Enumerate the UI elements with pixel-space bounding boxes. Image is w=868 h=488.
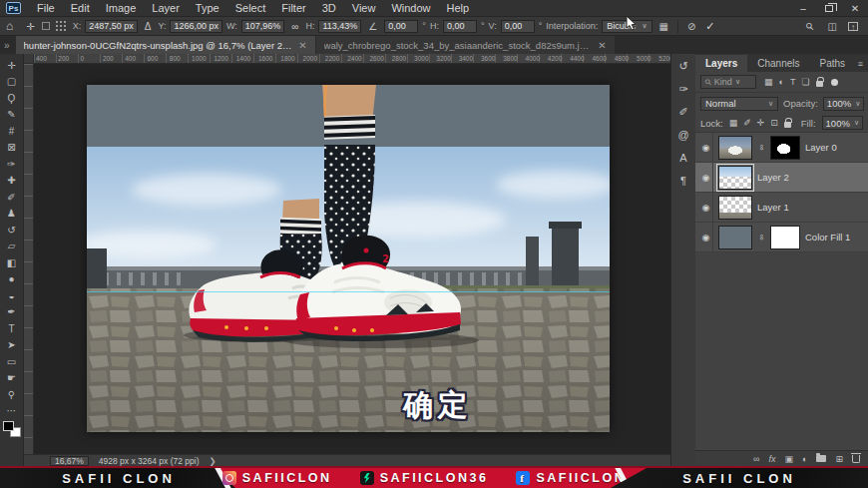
layer-mask-thumbnail[interactable] xyxy=(770,136,800,160)
paragraph-panel-icon[interactable]: ¶ xyxy=(673,173,694,189)
menu-select[interactable]: Select xyxy=(227,0,274,17)
new-layer-icon[interactable]: ⊞ xyxy=(835,454,843,464)
height-field[interactable]: 113,43% xyxy=(318,20,361,33)
vertical-ruler[interactable] xyxy=(24,64,34,454)
layer-row-layer2[interactable]: ◉ Layer 2 xyxy=(695,163,868,193)
foreground-color-swatch[interactable] xyxy=(3,421,14,431)
close-tab-icon[interactable]: ✕ xyxy=(598,40,606,51)
delete-layer-icon[interactable] xyxy=(852,455,860,463)
type-tool[interactable]: T xyxy=(2,320,22,337)
y-position-field[interactable]: 1266,00 px xyxy=(170,20,222,33)
filter-toggle-icon[interactable] xyxy=(831,79,838,86)
layer-thumbnail[interactable] xyxy=(718,136,752,160)
maintain-aspect-ratio-icon[interactable]: ∞ xyxy=(288,21,301,32)
menu-file[interactable]: File xyxy=(29,0,63,17)
tab-paths[interactable]: Paths xyxy=(810,55,856,72)
layer-row-layer1[interactable]: ◉ Layer 1 xyxy=(695,193,868,223)
close-button[interactable]: ✕ xyxy=(842,0,868,17)
shape-tool[interactable]: ▭ xyxy=(2,353,22,370)
new-group-icon[interactable] xyxy=(816,455,826,462)
lock-all-icon[interactable] xyxy=(784,122,791,128)
gradient-tool[interactable]: ◧ xyxy=(2,254,22,271)
share-icon[interactable]: ↑ xyxy=(848,22,858,31)
visibility-eye-icon[interactable]: ◉ xyxy=(699,133,713,162)
v-skew-field[interactable]: 0,00 xyxy=(501,20,535,33)
ruler-origin-corner[interactable] xyxy=(24,54,34,64)
toggle-reference-point-checkbox[interactable] xyxy=(42,22,50,30)
photoshop-logo[interactable]: Ps xyxy=(6,2,21,14)
layer-row-colorfill1[interactable]: ◉ ∞ Color Fill 1 xyxy=(695,223,868,252)
interpolation-dropdown[interactable]: Bicubic∨ xyxy=(602,20,651,33)
history-panel-icon[interactable]: ↺ xyxy=(673,58,694,74)
mask-link-icon[interactable]: ∞ xyxy=(757,234,766,242)
close-tab-icon[interactable]: ✕ xyxy=(298,40,306,51)
mask-link-icon[interactable]: ∞ xyxy=(757,144,766,152)
menu-edit[interactable]: Edit xyxy=(63,0,98,17)
search-icon[interactable]: ⚲ xyxy=(801,17,818,34)
h-skew-field[interactable]: 0,00 xyxy=(443,20,477,33)
filter-type-icon[interactable]: T xyxy=(790,77,796,87)
filter-kind-dropdown[interactable]: ⚲ Kind ∨ xyxy=(700,75,756,89)
marquee-tool[interactable]: ▢ xyxy=(2,74,22,91)
lock-image-pixels-icon[interactable]: ✐ xyxy=(743,118,751,128)
lock-transparent-pixels-icon[interactable]: ▦ xyxy=(729,118,738,128)
workspace-switcher-icon[interactable]: ◫ xyxy=(825,21,840,32)
quick-selection-tool[interactable]: ✎ xyxy=(2,107,22,124)
lock-position-icon[interactable]: ✛ xyxy=(757,118,765,128)
path-select-tool[interactable]: ➤ xyxy=(2,337,22,354)
frame-tool[interactable]: ⊠ xyxy=(2,140,22,157)
document-tab-inactive[interactable]: waly_chrobrego_stock_34_by_asiaanderic_s… xyxy=(315,36,615,54)
visibility-eye-icon[interactable]: ◉ xyxy=(699,223,713,251)
brush-tool[interactable]: ✐ xyxy=(2,189,22,206)
panel-menu-icon[interactable]: ≡ xyxy=(858,59,868,72)
eraser-tool[interactable]: ▱ xyxy=(2,239,22,255)
commit-transform-button[interactable]: ✓ xyxy=(702,20,717,33)
hand-tool[interactable]: ☛ xyxy=(2,370,22,387)
menu-type[interactable]: Type xyxy=(188,0,227,17)
blend-mode-dropdown[interactable]: Normal ∨ xyxy=(700,97,778,111)
color-swatches[interactable] xyxy=(3,421,21,437)
menu-view[interactable]: View xyxy=(344,0,384,17)
menu-layer[interactable]: Layer xyxy=(144,0,188,17)
visibility-eye-icon[interactable]: ◉ xyxy=(699,193,713,222)
home-icon[interactable]: ⌂ xyxy=(4,19,19,33)
tab-channels[interactable]: Channels xyxy=(747,55,809,72)
history-brush-tool[interactable]: ↺ xyxy=(2,222,22,239)
layer-style-icon[interactable]: fx xyxy=(768,454,775,464)
cancel-transform-button[interactable]: ⊘ xyxy=(684,21,698,32)
fill-field[interactable]: 100% ∨ xyxy=(822,116,863,130)
brushes-panel-icon[interactable]: ✐ xyxy=(673,104,694,120)
layer-thumbnail[interactable] xyxy=(718,166,752,190)
filter-pixel-icon[interactable]: ▦ xyxy=(764,77,773,87)
x-position-field[interactable]: 2487,50 px xyxy=(85,20,138,33)
restore-button[interactable] xyxy=(816,0,842,17)
zoom-tool[interactable]: ⚲ xyxy=(2,386,22,403)
brush-settings-panel-icon[interactable]: ✑ xyxy=(673,81,694,97)
tab-layers[interactable]: Layers xyxy=(695,55,747,72)
reference-point-locator-icon[interactable] xyxy=(54,21,69,32)
warp-mode-icon[interactable]: ▦ xyxy=(656,21,671,32)
menu-3d[interactable]: 3D xyxy=(314,0,344,17)
filter-shape-icon[interactable]: ❏ xyxy=(801,77,809,87)
width-field[interactable]: 107,96% xyxy=(241,20,285,33)
crop-tool[interactable]: # xyxy=(2,123,22,140)
visibility-eye-icon[interactable]: ◉ xyxy=(699,163,713,192)
document-tab-active[interactable]: hunter-johnson-0UCGfN2qtrs-unsplash.jpg … xyxy=(16,36,315,54)
dodge-tool[interactable]: ◒ xyxy=(2,287,22,304)
move-tool[interactable]: ✛ xyxy=(2,57,22,74)
menu-image[interactable]: Image xyxy=(98,0,145,17)
status-options-arrow[interactable]: ❯ xyxy=(210,456,217,466)
filter-adjustment-icon[interactable]: ◐ xyxy=(779,77,784,87)
menu-window[interactable]: Window xyxy=(383,0,438,17)
glyphs-panel-icon[interactable]: @ xyxy=(673,127,694,143)
edit-toolbar-button[interactable]: ⋯ xyxy=(2,403,22,420)
healing-brush-tool[interactable]: ✚ xyxy=(2,173,22,190)
filter-smart-object-icon[interactable] xyxy=(816,81,823,87)
lock-artboard-icon[interactable]: ⊡ xyxy=(770,118,778,128)
menu-filter[interactable]: Filter xyxy=(273,0,313,17)
character-panel-icon[interactable]: A xyxy=(673,150,694,166)
adjustment-layer-icon[interactable]: ◐ xyxy=(802,454,807,464)
opacity-field[interactable]: 100% ∨ xyxy=(823,97,864,111)
minimize-button[interactable]: – xyxy=(790,0,816,17)
blur-tool[interactable]: ● xyxy=(2,271,22,288)
